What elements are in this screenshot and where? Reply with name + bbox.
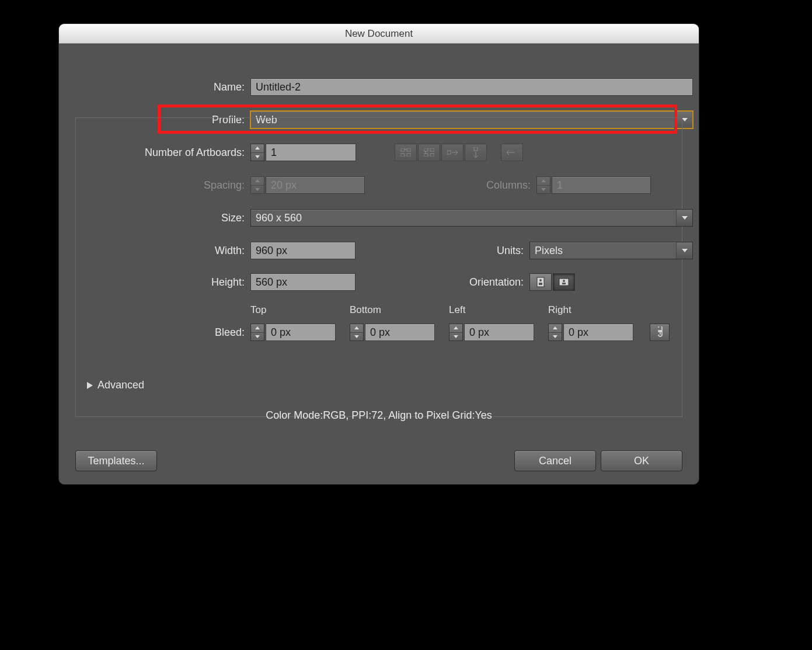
svg-rect-9: [474, 147, 478, 151]
grid-by-row-icon[interactable]: [395, 144, 417, 161]
bleed-top-stepper[interactable]: [250, 324, 264, 341]
svg-rect-2: [400, 154, 405, 157]
svg-point-14: [563, 280, 565, 282]
spacing-stepper: [250, 176, 264, 194]
bleed-bottom-stepper[interactable]: [350, 324, 364, 341]
cancel-button[interactable]: Cancel: [514, 450, 596, 471]
svg-rect-15: [562, 283, 566, 284]
size-select[interactable]: 960 x 560: [250, 209, 693, 227]
bleed-left-input[interactable]: 0 px: [464, 324, 534, 341]
svg-rect-7: [430, 154, 434, 157]
units-value: Pixels: [535, 245, 563, 257]
height-label: Height:: [189, 276, 245, 288]
height-input[interactable]: 560 px: [250, 273, 356, 291]
document-info: Color Mode:RGB, PPI:72, Align to Pixel G…: [59, 409, 699, 422]
arrange-row-icon[interactable]: [441, 144, 463, 161]
spacing-label: Spacing:: [158, 179, 245, 192]
units-select[interactable]: Pixels: [529, 242, 693, 259]
rtl-icon[interactable]: [501, 144, 523, 161]
chevron-down-icon: [676, 242, 692, 259]
artboards-input[interactable]: 1: [266, 144, 356, 161]
bleed-right-label: Right: [548, 304, 571, 316]
svg-rect-12: [539, 283, 542, 285]
ok-button[interactable]: OK: [601, 450, 682, 471]
svg-rect-6: [424, 154, 428, 157]
size-value: 960 x 560: [256, 212, 302, 224]
orientation-label: Orientation:: [433, 276, 524, 288]
advanced-disclosure[interactable]: Advanced: [87, 379, 144, 391]
spacing-input: 20 px: [266, 176, 365, 194]
bleed-top-label: Top: [250, 304, 266, 316]
bleed-bottom-label: Bottom: [350, 304, 381, 316]
bleed-top-input[interactable]: 0 px: [266, 324, 336, 341]
chevron-right-icon: [87, 382, 93, 389]
svg-rect-4: [424, 148, 428, 151]
artboards-label: Number of Artboards:: [93, 147, 245, 159]
link-icon[interactable]: [650, 324, 670, 341]
window-title: New Document: [59, 24, 699, 44]
svg-rect-10: [537, 277, 544, 287]
chevron-down-icon: [676, 210, 692, 226]
settings-fieldset: [75, 117, 682, 417]
bleed-bottom-input[interactable]: 0 px: [365, 324, 435, 341]
svg-rect-8: [447, 151, 451, 154]
bleed-left-label: Left: [449, 304, 465, 316]
orientation-portrait[interactable]: [529, 273, 552, 291]
arrange-col-icon[interactable]: [465, 144, 487, 161]
advanced-label: Advanced: [97, 379, 144, 391]
artboards-stepper[interactable]: [250, 144, 264, 161]
new-document-dialog: New Document Name: Untitled-2 Profile: W…: [58, 23, 699, 485]
svg-rect-5: [430, 148, 434, 151]
bleed-right-input[interactable]: 0 px: [563, 324, 633, 341]
columns-label: Columns:: [444, 179, 531, 192]
orientation-landscape[interactable]: [553, 273, 575, 291]
columns-stepper: [536, 176, 550, 194]
columns-input: 1: [552, 176, 651, 194]
width-input[interactable]: 960 px: [250, 242, 356, 259]
bleed-left-stepper[interactable]: [449, 324, 463, 341]
svg-rect-3: [407, 154, 411, 157]
units-label: Units:: [468, 245, 524, 257]
templates-button[interactable]: Templates...: [75, 450, 157, 471]
svg-point-11: [539, 279, 542, 281]
svg-rect-0: [400, 148, 405, 151]
width-label: Width:: [189, 245, 245, 257]
size-label: Size:: [200, 212, 245, 224]
name-label: Name:: [193, 81, 245, 93]
bleed-label: Bleed:: [189, 326, 245, 339]
name-input[interactable]: Untitled-2: [250, 78, 693, 96]
bleed-right-stepper[interactable]: [548, 324, 562, 341]
grid-by-col-icon[interactable]: [418, 144, 440, 161]
svg-rect-1: [407, 148, 411, 151]
